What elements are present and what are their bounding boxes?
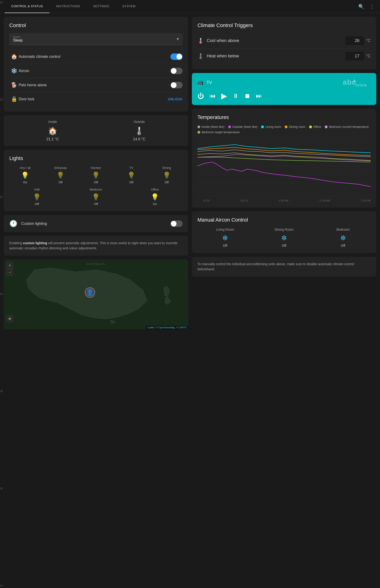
more-options-button[interactable]: ⋮ — [369, 3, 375, 10]
tab-instructions[interactable]: INSTRUCTIONS — [49, 0, 87, 13]
legend-dot-inside — [197, 125, 200, 128]
legend-living-room: Living room — [261, 125, 281, 129]
x-label-500pm: 5:00 PM — [361, 199, 371, 202]
bulb-icon-bedroom: 💡 — [68, 193, 124, 201]
aircon-living-room-label: Living Room — [197, 228, 253, 231]
tv-card: 📺 TV abc iview ⏻ ⏮ ▶ ⏸ ⏹ ⏭ — [192, 73, 376, 105]
climate-triggers-card: Climate Control Triggers 🌡️ Cool when ab… — [192, 17, 376, 69]
aircon-dining-room-icon[interactable]: ✼ — [256, 234, 312, 242]
cool-icon: 🌡️ — [197, 38, 207, 44]
left-column: Control Scene Sleep ▾ 🏠 Automatic climat… — [4, 17, 188, 329]
map-locate-button[interactable]: ⊕ — [6, 315, 13, 322]
aircon-note-text: To manually control the individual airco… — [197, 262, 354, 271]
aircon-dining-room: Dining Room ✼ Off — [256, 228, 312, 247]
temp-grid: Inside 🏠 21.1 °C Outside 🌡️ 14.6 °C — [9, 120, 183, 141]
light-dining[interactable]: Dining 💡 Off — [151, 166, 183, 184]
legend-label-dining: Dining room — [289, 125, 305, 129]
tv-power-button[interactable]: ⏻ — [197, 92, 204, 100]
legend-dot-office — [309, 125, 312, 128]
pets-toggle-switch[interactable] — [171, 82, 183, 88]
lights-title: Lights — [9, 155, 183, 161]
light-kitchen-status: Off — [80, 180, 112, 184]
light-any-all[interactable]: Any / all 💡 On — [9, 166, 41, 184]
legend-label-bedroom-current: Bedroom current temperature — [329, 125, 369, 129]
cool-trigger-row: 🌡️ Cool when above 26 °C — [197, 33, 371, 49]
control-title: Control — [9, 22, 183, 28]
right-column: Climate Control Triggers 🌡️ Cool when ab… — [192, 17, 376, 329]
aircon-living-room-icon[interactable]: ✼ — [197, 234, 253, 242]
climate-control-toggle[interactable] — [171, 53, 183, 60]
map-zoom-in[interactable]: + — [6, 262, 13, 269]
abc-iview-svg: abc iview — [343, 78, 371, 87]
nav-action-icons: 🔍 ⋮ — [357, 3, 375, 10]
bulb-icon-tv: 💡 — [115, 171, 147, 179]
pets-label: Pets home alone — [19, 83, 171, 87]
light-office[interactable]: Office 💡 On — [127, 188, 183, 206]
light-tv[interactable]: TV 💡 Off — [115, 166, 147, 184]
light-entryway-label: Entryway — [45, 166, 76, 170]
heat-trigger-value[interactable]: 17 — [345, 52, 364, 60]
temperature-chart-svg — [197, 137, 371, 198]
unlock-button[interactable]: UNLOCK — [168, 97, 183, 101]
inside-temp-value: 21.1 °C — [9, 137, 96, 141]
nav-tabs: CONTROL & STATUS INSTRUCTIONS SETTINGS S… — [5, 0, 357, 13]
bulb-icon-entryway: 💡 — [45, 171, 76, 179]
aircon-bedroom-icon[interactable]: ✼ — [315, 234, 371, 242]
heat-trigger-unit: °C — [366, 54, 371, 59]
bulb-icon-dining: 💡 — [151, 171, 183, 179]
aircon-icon: ❄️ — [9, 68, 19, 74]
bulb-icon-kitchen: 💡 — [80, 171, 112, 179]
tv-play-button[interactable]: ▶ — [221, 91, 227, 100]
y-label-26: 26 — [0, 1, 6, 4]
light-kitchen[interactable]: Kitchen 💡 Off — [80, 166, 112, 184]
heat-trigger-label: Heat when below — [207, 54, 345, 59]
lights-row2: Hall 💡 Off Bedroom 💡 Off Office 💡 On — [9, 188, 183, 206]
light-dining-status: Off — [151, 180, 183, 184]
chart-container: 26 24 22 20 18 16 14 — [197, 137, 371, 202]
map-zoom-out[interactable]: − — [6, 269, 13, 276]
x-label-oct25: Oct 25 — [240, 199, 248, 202]
tab-system[interactable]: SYSTEM — [116, 0, 142, 13]
light-entryway[interactable]: Entryway 💡 Off — [45, 166, 76, 184]
custom-lighting-toggle[interactable] — [171, 220, 183, 227]
climate-toggle-switch[interactable] — [171, 53, 183, 60]
legend-office: Office — [309, 125, 321, 129]
x-label-1100am: 11:00 AM — [319, 199, 330, 202]
aircon-toggle-action[interactable] — [171, 68, 183, 74]
light-bedroom-status: Off — [68, 202, 124, 206]
tv-next-button[interactable]: ⏭ — [256, 92, 262, 99]
abc-logo: abc iview — [343, 78, 371, 88]
info-bold: custom lighting — [23, 241, 47, 245]
chart-x-axis: 10:00 Oct 25 6:00 AM 11:00 AM 5:00 PM — [197, 199, 371, 202]
bulb-icon-any-all: 💡 — [9, 171, 41, 179]
y-label-16: 16 — [0, 487, 6, 490]
outside-label: Outside — [96, 120, 183, 124]
custom-lighting-label: Custom lighting — [21, 222, 167, 226]
cool-trigger-value[interactable]: 26 — [345, 36, 364, 45]
search-button[interactable]: 🔍 — [357, 3, 365, 10]
map-user-avatar: 👤 — [85, 287, 95, 298]
light-hall[interactable]: Hall 💡 Off — [9, 188, 65, 206]
cool-trigger-unit: °C — [366, 38, 371, 43]
tv-pause-button[interactable]: ⏸ — [233, 92, 239, 99]
unlock-action[interactable]: UNLOCK — [168, 97, 183, 101]
pets-toggle-action[interactable] — [171, 82, 183, 88]
map-card: + − AUSTRALIA ⊕ 👤 Leaflet | © OpenStreet… — [4, 259, 188, 329]
tv-stop-button[interactable]: ⏹ — [244, 92, 250, 99]
aircon-toggle-switch[interactable] — [171, 68, 183, 74]
tab-control-status[interactable]: CONTROL & STATUS — [5, 0, 49, 13]
aircon-living-room-status: Off — [197, 244, 253, 247]
light-bedroom-label: Bedroom — [68, 188, 124, 191]
aircon-bedroom-status: Off — [315, 244, 371, 247]
y-label-20: 20 — [0, 293, 6, 295]
chart-legend: Inside (feels like) Outside (feels like)… — [197, 125, 371, 134]
light-bedroom[interactable]: Bedroom 💡 Off — [68, 188, 124, 206]
legend-label-living: Living room — [265, 125, 281, 129]
scene-value: Sleep — [13, 38, 23, 42]
scene-selector[interactable]: Scene Sleep ▾ — [9, 33, 183, 45]
tab-settings[interactable]: SETTINGS — [87, 0, 116, 13]
legend-inside-feels: Inside (feels like) — [197, 125, 225, 129]
tv-screen-icon: 📺 — [197, 80, 204, 86]
tv-prev-button[interactable]: ⏮ — [209, 92, 216, 99]
climate-control-row: 🏠 Automatic climate control — [9, 50, 183, 64]
